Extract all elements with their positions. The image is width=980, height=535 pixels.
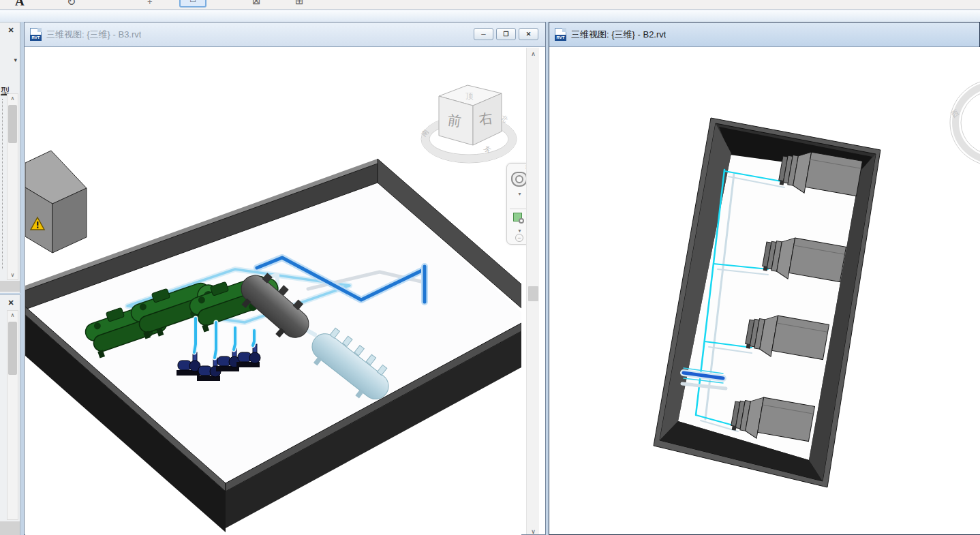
hscroll-corner[interactable] (0, 521, 20, 535)
zoom-lens-icon (519, 218, 524, 224)
scroll-thumb[interactable] (8, 105, 17, 143)
page-fold (562, 28, 566, 32)
rvt-badge: RVT (555, 35, 566, 41)
scroll-up-icon[interactable]: ∧ (527, 49, 540, 59)
scroll-up-icon[interactable]: ∧ (7, 312, 18, 318)
rvt-file-icon: RVT (555, 28, 566, 41)
delete-tool-icon[interactable]: ⊠ (252, 0, 261, 7)
close-icon[interactable]: ✕ (5, 298, 16, 307)
viewport-3d-b3[interactable]: 南 东 北 顶 前 右 (25, 47, 521, 535)
pin-tool-icon[interactable]: + (147, 0, 153, 7)
ribbon-lower-band (0, 10, 980, 22)
navbar-collapse-icon[interactable]: − (515, 234, 523, 242)
font-tool-icon[interactable]: A (15, 0, 25, 9)
page-fold (37, 28, 42, 32)
viewport-vscrollbar[interactable]: ∧ ∨ (526, 48, 539, 534)
viewcube-compass-partial[interactable]: 西 (949, 79, 980, 166)
view-window-b2[interactable]: RVT 三维视图: {三维} - B2.rvt (549, 22, 980, 535)
sync-tool-icon[interactable]: ↻ (67, 0, 76, 8)
paste-tool-icon[interactable]: ⊞ (295, 0, 304, 7)
scroll-down-icon[interactable]: ∨ (7, 272, 18, 278)
chevron-down-icon[interactable]: ▾ (14, 57, 17, 63)
scroll-thumb[interactable] (528, 286, 538, 301)
restore-button[interactable]: ❐ (496, 28, 516, 40)
hscroll-thumb[interactable] (0, 281, 20, 292)
window-titlebar[interactable]: RVT 三维视图: {三维} - B3.rvt ─ ❐ ✕ (25, 22, 545, 47)
ribbon-strip: A ↻ + ▭ ⊠ ⊞ (0, 0, 980, 10)
viewcube-top-label: 顶 (465, 91, 474, 101)
scroll-down-icon[interactable]: ∨ (527, 527, 540, 535)
viewcube-front-label: 前 (447, 112, 463, 129)
tree-guides (2, 99, 3, 269)
close-button[interactable]: ✕ (519, 28, 538, 40)
scroll-up-icon[interactable]: ∧ (7, 95, 18, 102)
active-selected-tool-icon[interactable]: ▭ (179, 0, 206, 7)
window-titlebar[interactable]: RVT 三维视图: {三维} - B2.rvt (549, 22, 979, 47)
viewcube[interactable]: 南 东 北 顶 前 右 (420, 85, 517, 163)
rvt-file-icon: RVT (30, 28, 42, 41)
massing-box[interactable] (25, 151, 87, 253)
window-title: 三维视图: {三维} - B2.rvt (571, 29, 666, 41)
project-browser-edge: ✕ ∧ (0, 294, 20, 535)
minimize-button[interactable]: ─ (474, 28, 493, 40)
viewcube-right-label: 右 (478, 110, 494, 127)
view-window-b3[interactable]: RVT 三维视图: {三维} - B3.rvt ─ ❐ ✕ (24, 22, 546, 535)
browser-scrollbar[interactable]: ∧ (7, 310, 18, 520)
window-title: 三维视图: {三维} - B3.rvt (46, 29, 141, 41)
properties-palette-edge: ✕ ▾ 型 ∧ ∨ (0, 22, 20, 293)
properties-scrollbar[interactable]: ∧ ∨ (7, 93, 18, 280)
viewport-3d-b2[interactable]: 西 (550, 47, 980, 534)
navbar-divider (510, 209, 528, 209)
application-root: A ↻ + ▭ ⊠ ⊞ ✕ ▾ 型 ∧ ∨ ✕ ∧ RVT (0, 0, 980, 535)
rvt-badge: RVT (30, 35, 42, 41)
close-icon[interactable]: ✕ (5, 25, 16, 35)
wheel-hub (515, 175, 523, 183)
scroll-thumb[interactable] (8, 322, 17, 375)
steering-wheel-icon[interactable] (511, 172, 527, 187)
